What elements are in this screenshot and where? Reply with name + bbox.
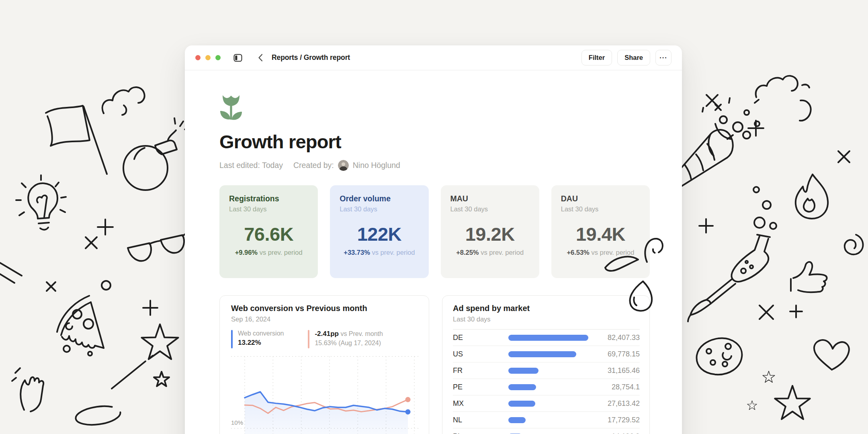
doodle-x (838, 151, 850, 162)
doodle-paintbrush (688, 279, 735, 321)
more-options-button[interactable]: ··· (655, 50, 671, 66)
panel-title: Web conversion vs Previous month (231, 304, 418, 313)
table-row: MX 27,613.42 (453, 395, 640, 412)
card-value: 19.2K (465, 223, 515, 245)
page-title: Growth report (219, 131, 650, 153)
doodle-plus (748, 121, 764, 136)
market-value: 31,165.46 (588, 366, 640, 375)
card-title: DAU (561, 194, 640, 203)
card-title: Order volume (340, 194, 419, 203)
doodle-lightbulb (16, 175, 66, 230)
doodle-x (706, 95, 718, 106)
legend-marker-blue (231, 330, 233, 348)
metric-card-order-volume: Order volume Last 30 days 122K +33.73% v… (330, 185, 428, 278)
sidebar-toggle-icon[interactable] (233, 54, 242, 62)
bar (508, 335, 588, 341)
market-value: 17,729.52 (588, 416, 640, 424)
doodle-flag (46, 106, 107, 174)
doodle-thumbs-up (791, 262, 827, 292)
legend-marker-salmon (308, 330, 309, 348)
table-row: PE 28,754.1 (453, 379, 640, 395)
metric-card-dau: DAU Last 30 days 19.4K +6.53% vs prev. p… (551, 185, 650, 278)
doodle-pizza (57, 296, 104, 356)
svg-text:10%: 10% (231, 419, 243, 426)
doodle-plus (98, 219, 113, 235)
last-edited-label: Last edited: Today (219, 161, 283, 170)
market-label: DE (453, 334, 508, 342)
doodle-star (747, 401, 757, 409)
market-label: PE (453, 383, 508, 391)
card-title: MAU (450, 194, 530, 203)
doodle-star (775, 386, 810, 419)
legend-current: Web conversion 13.22% (231, 330, 284, 348)
bar (508, 351, 576, 357)
bar (508, 384, 536, 390)
tulip-icon (219, 95, 243, 120)
metric-card-registrations: Registrations Last 30 days 76.6K +9.96% … (219, 185, 318, 278)
back-icon[interactable] (258, 54, 263, 61)
table-row: FR 31,165.46 (453, 362, 640, 379)
report-meta: Last edited: Today Created by: Nino Högl… (219, 160, 650, 171)
traffic-light-close[interactable] (195, 55, 201, 60)
doodle-swirl (845, 235, 863, 254)
doodle-waving-hand (12, 368, 43, 411)
panel-subtitle: Last 30 days (453, 315, 640, 323)
panel-title: Ad spend by market (453, 304, 640, 313)
table-row: DE 82,407.33 (453, 330, 640, 346)
bar (508, 368, 538, 374)
doodle-plus (699, 219, 713, 233)
card-value: 122K (357, 223, 401, 245)
avatar (338, 160, 349, 171)
share-button[interactable]: Share (617, 50, 650, 66)
panel-subtitle: Sep 16, 2024 (231, 315, 418, 323)
app-window: Reports / Growth report Filter Share ···… (185, 45, 682, 434)
card-delta: +33.73% vs prev. period (344, 249, 415, 256)
doodle-cloud (102, 87, 145, 115)
line-chart: 10% (231, 354, 418, 434)
filter-button[interactable]: Filter (581, 50, 612, 66)
card-value: 19.4K (576, 223, 625, 245)
market-label: US (453, 350, 508, 358)
table-row: US 69,778.15 (453, 346, 640, 362)
bar-track (508, 401, 588, 407)
market-value: 82,407.33 (588, 334, 640, 342)
ad-spend-panel: Ad spend by market Last 30 days DE 82,40… (442, 295, 650, 434)
doodle-fire (796, 174, 828, 219)
title-bar: Reports / Growth report Filter Share ··· (185, 45, 682, 70)
table-row: NL 17,729.52 (453, 412, 640, 428)
doodle-plus (790, 305, 802, 317)
doodle-cloud (756, 76, 811, 121)
doodle-x (86, 237, 97, 248)
chart-legend: Web conversion 13.22% -2.41pp vs Prev. m… (231, 330, 418, 348)
metric-card-mau: MAU Last 30 days 19.2K +8.25% vs prev. p… (441, 185, 539, 278)
bar-track (508, 384, 588, 390)
traffic-light-maximize[interactable] (215, 55, 221, 60)
doodle-bubbles (753, 187, 776, 229)
doodle-ellipse (74, 403, 121, 427)
created-by-label: Created by: (293, 161, 334, 170)
market-value: 69,778.15 (588, 350, 640, 358)
doodle-sparkle-lines (0, 263, 22, 283)
doodle-circle (102, 281, 111, 290)
breadcrumb: Reports / Growth report (272, 53, 350, 62)
traffic-light-minimize[interactable] (205, 55, 211, 60)
card-title: Registrations (229, 194, 308, 203)
card-value: 76.6K (244, 223, 293, 245)
card-delta: +6.53% vs prev. period (567, 249, 634, 256)
bar-track (508, 417, 588, 423)
doodle-star (763, 371, 775, 382)
bar (508, 401, 535, 407)
doodle-x (760, 305, 773, 319)
market-label: MX (453, 399, 508, 408)
metric-cards: Registrations Last 30 days 76.6K +9.96% … (219, 185, 650, 278)
doodle-x (47, 282, 55, 291)
market-value: 27,613.42 (588, 399, 640, 408)
market-label: NL (453, 416, 508, 424)
bar (508, 417, 526, 423)
bar-track (508, 335, 588, 341)
doodle-heart (814, 340, 849, 370)
doodle-magic-wand (112, 324, 178, 389)
card-delta: +9.96% vs prev. period (235, 249, 303, 256)
author-name: Nino Höglund (353, 161, 400, 170)
doodle-palette (697, 338, 742, 375)
